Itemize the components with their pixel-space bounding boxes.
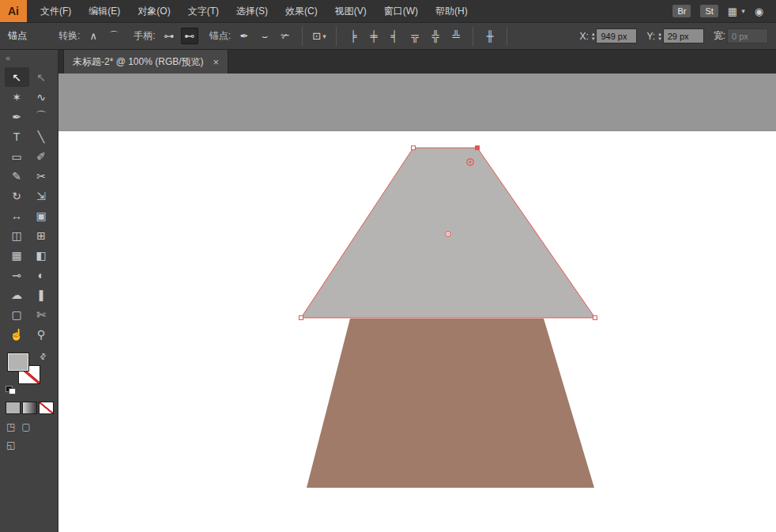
gradient-mode-button[interactable] (23, 402, 36, 413)
free-transform-tool[interactable]: ▣ (29, 206, 54, 225)
lasso-tool[interactable]: ∿ (29, 87, 54, 107)
collapse-panel-button[interactable]: « (0, 50, 58, 64)
width-tool[interactable]: ↔ (5, 206, 29, 225)
anchor-point[interactable] (412, 146, 416, 150)
paintbrush-tool[interactable]: ✐ (29, 146, 54, 166)
share-screen-icon[interactable]: ◉ (755, 6, 763, 17)
close-tab-icon[interactable]: × (213, 57, 220, 67)
align-horizontal-center-button[interactable]: ╪ (365, 28, 382, 44)
blend-tool[interactable]: ◐ (29, 265, 54, 285)
curvature-tool[interactable]: ⌒ (29, 107, 54, 126)
menu-item[interactable]: 文字(T) (179, 0, 228, 22)
type-tool[interactable]: T (5, 126, 29, 146)
x-input[interactable]: 949 px (596, 28, 637, 43)
stepper-down-icon[interactable]: ▾ (658, 36, 661, 41)
separator (507, 27, 507, 46)
app-logo: Ai (0, 0, 27, 22)
zoom-tool[interactable]: ⚲ (29, 324, 54, 344)
fill-stroke-swatches: ⇄ (8, 353, 46, 390)
scissors-tool[interactable]: ✂ (29, 166, 54, 186)
selection-tool[interactable]: ↖ (5, 67, 29, 87)
chevron-down-icon: ▾ (741, 7, 745, 15)
shape-builder-tool[interactable]: ◫ (5, 225, 29, 245)
menu-item[interactable]: 帮助(H) (427, 0, 477, 22)
pencil-tool[interactable]: ✎ (5, 166, 29, 186)
hand-tool[interactable]: ☝ (5, 324, 29, 344)
menu-item[interactable]: 文件(F) (32, 0, 80, 22)
column-graph-tool[interactable]: ❚ (29, 285, 54, 304)
eyedropper-tool[interactable]: ⊸ (5, 265, 29, 285)
color-mode-button[interactable] (6, 402, 20, 413)
paint-mode-row (6, 402, 58, 413)
none-mode-button[interactable] (40, 402, 53, 413)
line-segment-tool[interactable]: ╲ (29, 126, 54, 146)
chevron-down-icon: ▾ (322, 32, 326, 40)
menu-item[interactable]: 效果(C) (277, 0, 326, 22)
magic-wand-tool[interactable]: ✶ (5, 87, 29, 107)
menu-bar: Ai 文件(F)编辑(E)对象(O)文字(T)选择(S)效果(C)视图(V)窗口… (0, 0, 776, 22)
default-white-swatch (9, 389, 15, 394)
y-stepper[interactable]: ▴ ▾ (658, 32, 661, 41)
menu-item[interactable]: 对象(O) (129, 0, 179, 22)
distribute-button[interactable]: ╫ (481, 28, 499, 44)
menu-item[interactable]: 视图(V) (326, 0, 375, 22)
swap-fill-stroke-icon[interactable]: ⇄ (37, 351, 48, 362)
pen-tool[interactable]: ✒ (5, 107, 29, 126)
x-label: X: (580, 31, 589, 42)
tool-panel: « ↖↖✶∿✒⌒T╲▭✐✎✂↻⇲↔▣◫⊞▦◧⊸◐☁❚▢✄☝⚲ ⇄ ◳ ▢ ◱ (0, 50, 58, 532)
anchor-point[interactable] (299, 316, 303, 320)
artboard-tool[interactable]: ▢ (5, 304, 29, 324)
transform-menu-button[interactable]: ⊡ ▾ (311, 28, 328, 44)
symbol-sprayer-tool[interactable]: ☁ (5, 285, 29, 304)
workspace-switcher[interactable]: ▦ ▾ (728, 6, 745, 17)
mesh-tool[interactable]: ▦ (5, 245, 29, 265)
menu-item[interactable]: 选择(S) (228, 0, 277, 22)
y-input[interactable]: 29 px (663, 28, 704, 43)
align-top-button[interactable]: ╦ (406, 28, 424, 44)
selection-overlay (58, 74, 776, 532)
direct-selection-tool[interactable]: ↖ (29, 67, 54, 87)
slice-tool[interactable]: ✄ (29, 304, 54, 324)
menu-item[interactable]: 窗口(W) (375, 0, 427, 22)
screen-mode-icon[interactable]: ◱ (6, 440, 15, 451)
handles-label: 手柄: (134, 29, 155, 43)
remove-anchor-button[interactable]: ✒ (235, 28, 253, 44)
rectangle-tool[interactable]: ▭ (5, 146, 29, 166)
stock-button[interactable]: St (700, 5, 718, 17)
align-left-button[interactable]: ╞ (345, 28, 362, 44)
cut-path-button[interactable]: ✃ (277, 28, 294, 44)
bridge-button[interactable]: Br (672, 5, 691, 17)
width-input: 0 px (727, 28, 768, 43)
rotate-tool[interactable]: ↻ (5, 186, 29, 206)
separator (336, 27, 337, 46)
align-vertical-center-button[interactable]: ╬ (427, 28, 444, 44)
draw-normal-icon[interactable]: ◳ (6, 421, 15, 432)
show-handles-button[interactable]: ⊷ (181, 28, 198, 44)
gradient-tool[interactable]: ◧ (29, 245, 54, 265)
y-field: Y: ▴ ▾ 29 px (646, 28, 703, 43)
anchor-highlight-dot (469, 161, 472, 164)
default-fill-stroke-button[interactable] (6, 387, 16, 394)
hide-handles-button[interactable]: ⊶ (160, 28, 178, 44)
canvas[interactable] (58, 74, 776, 532)
draw-behind-icon[interactable]: ▢ (21, 421, 30, 432)
anchor-point[interactable] (476, 146, 480, 150)
fill-swatch[interactable] (8, 353, 28, 371)
width-label: 宽: (714, 29, 725, 43)
separator (473, 27, 473, 46)
convert-smooth-button[interactable]: ⌒ (105, 28, 122, 44)
perspective-grid-tool[interactable]: ⊞ (29, 225, 54, 245)
align-right-button[interactable]: ╡ (386, 28, 403, 44)
menu-item[interactable]: 编辑(E) (80, 0, 129, 22)
anchor-point[interactable] (593, 316, 597, 320)
control-panel-title: 锚点 (8, 29, 27, 43)
brown-trapezoid-shape[interactable] (307, 319, 594, 488)
stepper-down-icon[interactable]: ▾ (592, 36, 595, 41)
scale-tool[interactable]: ⇲ (29, 186, 54, 206)
convert-corner-button[interactable]: ∧ (85, 28, 102, 44)
connect-endpoints-button[interactable]: ⌣ (256, 28, 273, 44)
align-bottom-button[interactable]: ╩ (447, 28, 465, 44)
document-tab[interactable]: 未标题-2* @ 100% (RGB/预览) × (63, 50, 228, 74)
document-tab-bar: 未标题-2* @ 100% (RGB/预览) × (58, 50, 776, 74)
x-stepper[interactable]: ▴ ▾ (592, 32, 595, 41)
